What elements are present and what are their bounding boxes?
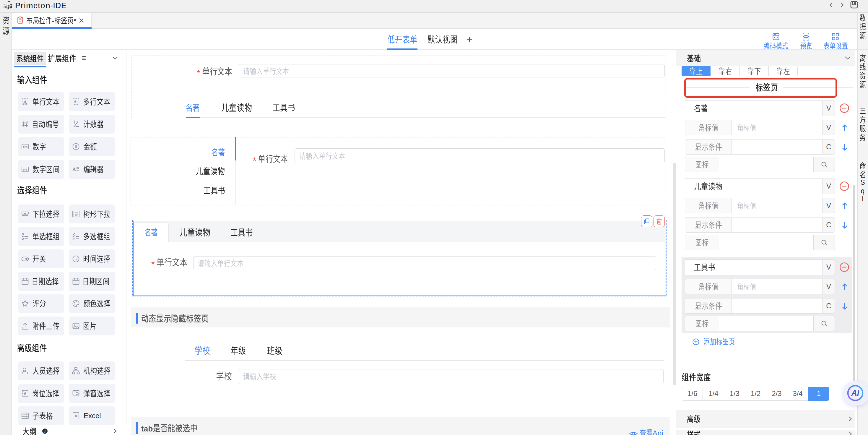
svg-text:123: 123 [23, 146, 28, 149]
svg-text:i: i [44, 429, 45, 434]
svg-text:1~3: 1~3 [23, 168, 27, 171]
svg-text:Ai: Ai [851, 389, 860, 398]
svg-text:A: A [72, 167, 76, 172]
svg-text:A: A [23, 99, 27, 105]
svg-text:A: A [74, 99, 76, 103]
